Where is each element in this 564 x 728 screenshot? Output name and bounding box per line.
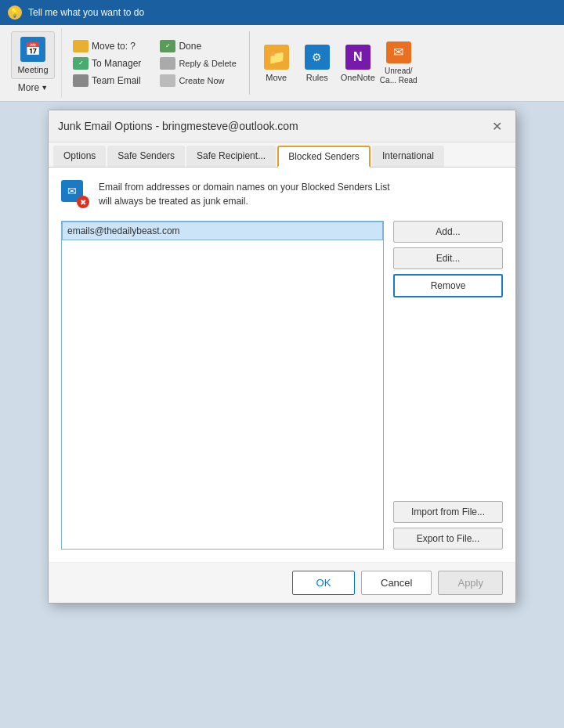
export-button[interactable]: Export to File... bbox=[393, 528, 503, 550]
content-area: emails@thedailybeast.com Add... Edit... … bbox=[61, 221, 503, 550]
move-to-button[interactable]: Move to: ? bbox=[70, 38, 144, 54]
toolbar-group-actions: Move to: ? ✓ To Manager Team Email bbox=[65, 28, 149, 98]
outlook-toolbar: 💡 Tell me what you want to do 📅 Meeting … bbox=[0, 0, 564, 102]
rules-button[interactable]: ⚙ Rules bbox=[298, 36, 336, 91]
move-label: Move bbox=[266, 73, 287, 82]
rules-label: Rules bbox=[306, 73, 328, 82]
junk-email-dialog: Junk Email Options - bringmesteve@outloo… bbox=[48, 110, 516, 604]
main-content: Junk Email Options - bringmesteve@outloo… bbox=[0, 102, 564, 728]
dialog-close-button[interactable]: ✕ bbox=[487, 117, 506, 135]
add-button[interactable]: Add... bbox=[393, 221, 503, 243]
meeting-label: Meeting bbox=[17, 65, 48, 74]
move-to-label: Move to: ? bbox=[92, 41, 136, 52]
toolbar-search-bar: 💡 Tell me what you want to do bbox=[0, 0, 564, 25]
done-icon: ✓ bbox=[160, 40, 175, 52]
info-line2: will always be treated as junk email. bbox=[99, 196, 248, 207]
block-badge-icon: ✖ bbox=[77, 196, 89, 208]
done-button[interactable]: ✓ Done bbox=[157, 38, 239, 54]
move-icon: 📁 bbox=[264, 45, 289, 70]
cancel-button[interactable]: Cancel bbox=[361, 571, 432, 595]
info-line1: Email from addresses or domain names on … bbox=[99, 182, 390, 193]
more-chevron-icon: ▼ bbox=[41, 84, 48, 92]
apply-button[interactable]: Apply bbox=[438, 571, 503, 595]
reply-delete-label: Reply & Delete bbox=[179, 59, 236, 68]
dialog-body: ✉ ✖ Email from addresses or domain names… bbox=[49, 168, 515, 562]
unread-button[interactable]: ✉ Unread/ Ca... Read bbox=[380, 36, 418, 91]
list-item[interactable]: emails@thedailybeast.com bbox=[62, 222, 383, 240]
toolbar-main: 📅 Meeting More ▼ Move to: ? ✓ To Manager… bbox=[0, 25, 564, 102]
toolbar-group-respond: 📅 Meeting More ▼ bbox=[5, 28, 62, 98]
team-email-button[interactable]: Team Email bbox=[70, 73, 144, 88]
blocked-senders-list[interactable]: emails@thedailybeast.com bbox=[61, 221, 384, 550]
move-to-icon bbox=[73, 40, 89, 52]
tab-safe-recipients[interactable]: Safe Recipient... bbox=[186, 146, 276, 167]
team-email-icon bbox=[73, 74, 89, 87]
onenote-button[interactable]: N OneNote bbox=[339, 36, 377, 91]
remove-button[interactable]: Remove bbox=[393, 274, 503, 297]
lightbulb-icon: 💡 bbox=[8, 5, 22, 20]
onenote-icon: N bbox=[345, 45, 371, 70]
tab-options[interactable]: Options bbox=[53, 146, 106, 167]
toolbar-separator bbox=[249, 31, 250, 95]
unread-label: Unread/ Ca... Read bbox=[380, 67, 418, 85]
move-button[interactable]: 📁 Move bbox=[258, 36, 295, 91]
info-text: Email from addresses or domain names on … bbox=[99, 180, 390, 208]
reply-delete-icon bbox=[160, 57, 175, 70]
toolbar-group-actions2: ✓ Done Reply & Delete Create Now bbox=[152, 28, 244, 98]
info-section: ✉ ✖ Email from addresses or domain names… bbox=[61, 180, 503, 208]
reply-delete-button[interactable]: Reply & Delete bbox=[157, 56, 239, 71]
dialog-footer: OK Cancel Apply bbox=[49, 562, 515, 603]
dialog-titlebar: Junk Email Options - bringmesteve@outloo… bbox=[49, 110, 515, 142]
more-button[interactable]: More ▼ bbox=[15, 81, 51, 95]
import-button[interactable]: Import from File... bbox=[393, 501, 503, 523]
buttons-panel: Add... Edit... Remove Import from File..… bbox=[393, 221, 503, 550]
spacer bbox=[393, 302, 503, 496]
to-manager-icon: ✓ bbox=[73, 57, 89, 70]
more-label: More bbox=[18, 82, 39, 93]
team-email-label: Team Email bbox=[92, 75, 141, 86]
ok-button[interactable]: OK bbox=[292, 571, 355, 595]
toolbar-group-right: 📁 Move ⚙ Rules N OneNote ✉ Unread/ Ca...… bbox=[255, 28, 421, 98]
meeting-icon: 📅 bbox=[20, 37, 45, 62]
create-new-icon bbox=[160, 74, 175, 87]
info-icon-container: ✉ ✖ bbox=[61, 180, 89, 208]
rules-icon: ⚙ bbox=[305, 45, 330, 70]
email-address: emails@thedailybeast.com bbox=[67, 225, 180, 236]
meeting-button[interactable]: 📅 Meeting bbox=[11, 31, 55, 79]
onenote-label: OneNote bbox=[341, 73, 375, 82]
create-new-label: Create Now bbox=[179, 76, 224, 85]
tab-safe-senders[interactable]: Safe Senders bbox=[107, 146, 185, 167]
tab-international[interactable]: International bbox=[372, 146, 444, 167]
tab-blocked-senders[interactable]: Blocked Senders bbox=[277, 146, 371, 168]
dialog-title: Junk Email Options - bringmesteve@outloo… bbox=[58, 120, 298, 132]
done-label: Done bbox=[179, 41, 201, 52]
to-manager-label: To Manager bbox=[92, 58, 141, 69]
edit-button[interactable]: Edit... bbox=[393, 247, 503, 269]
tabs-container: Options Safe Senders Safe Recipient... B… bbox=[49, 142, 515, 168]
email-list-container: emails@thedailybeast.com bbox=[61, 221, 384, 550]
create-new-button[interactable]: Create Now bbox=[157, 73, 239, 88]
to-manager-button[interactable]: ✓ To Manager bbox=[70, 56, 144, 71]
unread-icon: ✉ bbox=[386, 41, 411, 63]
search-text: Tell me what you want to do bbox=[28, 7, 144, 18]
